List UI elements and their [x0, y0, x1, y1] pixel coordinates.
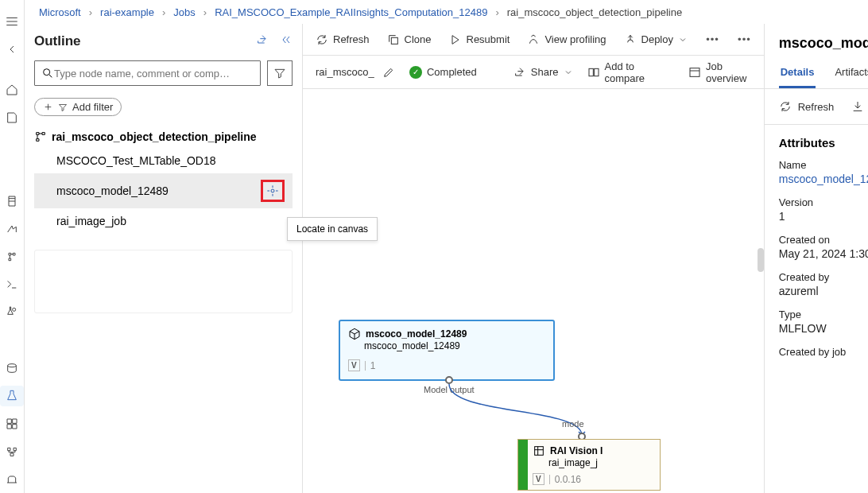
back-icon[interactable]: [0, 39, 24, 60]
breadcrumb-link[interactable]: Microsoft: [36, 6, 84, 18]
tree-item[interactable]: mscoco_model_12489: [34, 173, 293, 208]
add-filter-label: Add filter: [72, 101, 113, 113]
outline-title: Outline: [34, 33, 81, 49]
tree-item-label: MSCOCO_Test_MLTable_OD18: [56, 154, 215, 167]
details-refresh-button[interactable]: Refresh: [779, 100, 835, 113]
svg-rect-4: [589, 68, 593, 76]
attr-created-on: Created on May 21, 2024 1:30 PM: [779, 234, 868, 260]
version-number: 1: [370, 360, 376, 371]
attributes-heading: Attributes: [779, 136, 868, 149]
view-profiling-label: View profiling: [544, 33, 606, 45]
menu-icon[interactable]: [0, 11, 24, 33]
job-name-field[interactable]: rai_mscoco_obje: [316, 66, 395, 79]
version-badge: V: [348, 359, 360, 371]
share-label: Share: [531, 66, 559, 78]
attr-value: azureml: [779, 285, 868, 297]
breadcrumb-link[interactable]: Jobs: [170, 6, 198, 18]
view-profiling-button[interactable]: View profiling: [527, 33, 606, 46]
deploy-label: Deploy: [641, 33, 673, 45]
components-icon[interactable]: [0, 413, 24, 434]
node-subtitle: rai_image_j: [548, 457, 653, 468]
pipelines-icon[interactable]: [0, 441, 24, 462]
collapse-icon[interactable]: [280, 33, 293, 49]
pipeline-toolbar: Refresh Clone Resubmit View profiling De…: [303, 24, 764, 56]
cube-icon: [348, 328, 361, 340]
breadcrumb-current: rai_mscoco_object_detection_pipeline: [504, 6, 685, 18]
canvas-node-model[interactable]: mscoco_model_12489 mscoco_model_12489 V …: [339, 320, 555, 381]
attr-label: Created by job: [779, 346, 868, 358]
workbook-icon[interactable]: [0, 107, 24, 129]
locate-in-canvas-button[interactable]: [261, 180, 285, 202]
canvas-scrollbar[interactable]: [758, 248, 764, 272]
attr-label: Created on: [779, 234, 868, 246]
edit-icon[interactable]: [382, 66, 395, 79]
prompt-icon[interactable]: [0, 274, 24, 295]
canvas-node-rai-vision[interactable]: RAI Vision I rai_image_j V 0.0.16: [517, 439, 661, 491]
attr-name: Name mscoco_model_12489: [779, 159, 868, 185]
node-output-port[interactable]: [445, 376, 453, 384]
toolbar-more-icon-2[interactable]: •••: [738, 33, 751, 45]
chevron-down-icon: [678, 33, 688, 46]
breadcrumb-link[interactable]: RAI_MSCOCO_Example_RAIInsights_Computati…: [211, 6, 490, 18]
pipeline-canvas[interactable]: mscoco_model_12489 mscoco_model_12489 V …: [303, 89, 764, 493]
clone-label: Clone: [405, 33, 432, 45]
notebook-icon[interactable]: [0, 191, 24, 212]
locate-tooltip: Locate in canvas: [287, 217, 378, 241]
attr-value-link[interactable]: mscoco_model_12489: [779, 173, 868, 185]
add-to-compare-button[interactable]: Add to compare: [587, 60, 661, 84]
tab-details[interactable]: Details: [779, 58, 816, 88]
tab-artifacts[interactable]: Artifacts: [833, 58, 868, 88]
pipeline-icon: [34, 130, 47, 143]
home-icon[interactable]: [0, 80, 24, 101]
clone-button[interactable]: Clone: [387, 33, 432, 46]
tree-item-label: rai_image_job: [56, 215, 126, 227]
version-separator: [365, 361, 366, 371]
refresh-button[interactable]: Refresh: [316, 33, 370, 46]
status-label: Completed: [427, 66, 477, 78]
share-button[interactable]: Share: [513, 66, 573, 79]
job-overview-button[interactable]: Job overview: [688, 60, 751, 84]
attr-version: Version 1: [779, 196, 868, 223]
outline-placeholder: [34, 250, 293, 313]
add-filter-button[interactable]: Add filter: [34, 98, 122, 116]
tree-root-label: rai_mscoco_object_detection_pipeline: [52, 130, 257, 143]
details-refresh-label: Refresh: [798, 101, 835, 113]
center-column: Refresh Clone Resubmit View profiling De…: [303, 24, 764, 493]
status-badge: ✓ Completed: [409, 66, 477, 79]
attr-label: Created by: [779, 271, 868, 283]
outline-panel: Outline Add filter: [25, 24, 303, 493]
tree-item[interactable]: MSCOCO_Test_MLTable_OD18: [34, 148, 293, 173]
main-area: Microsoft› rai-example› Jobs› RAI_MSCOCO…: [25, 0, 868, 493]
check-icon: ✓: [409, 66, 422, 79]
details-toolbar: Refresh Download all: [765, 89, 868, 125]
download-all-button[interactable]: Download all: [851, 100, 868, 113]
svg-point-2: [271, 189, 274, 192]
resubmit-button[interactable]: Resubmit: [449, 33, 510, 46]
tree-item[interactable]: rai_image_job: [34, 208, 293, 234]
search-input[interactable]: [54, 68, 254, 80]
chevron-right-icon: ›: [86, 6, 95, 18]
deploy-button[interactable]: Deploy: [624, 33, 688, 46]
node-status-stripe: [518, 440, 528, 490]
share-icon[interactable]: [256, 33, 269, 49]
svg-point-1: [44, 69, 50, 76]
resubmit-label: Resubmit: [467, 33, 510, 45]
version-badge: V: [533, 473, 544, 485]
automl-icon[interactable]: [0, 218, 24, 239]
attr-created-by-job: Created by job: [779, 346, 868, 358]
refresh-label: Refresh: [333, 33, 370, 45]
breadcrumb-link[interactable]: rai-example: [97, 6, 157, 18]
sub-toolbar: rai_mscoco_obje ✓ Completed Share Add to…: [303, 56, 764, 89]
designer-icon[interactable]: [0, 246, 24, 267]
chevron-right-icon: ›: [492, 6, 502, 18]
search-input-wrap[interactable]: [34, 60, 261, 86]
filter-icon-button[interactable]: [267, 60, 293, 86]
jobs-icon[interactable]: [0, 386, 24, 407]
tree-root[interactable]: rai_mscoco_object_detection_pipeline: [34, 126, 293, 148]
environments-icon[interactable]: [0, 468, 24, 490]
attr-value: MLFLOW: [779, 322, 868, 335]
svg-point-0: [13, 309, 16, 312]
toolbar-more-icon[interactable]: •••: [706, 33, 719, 45]
experiment-icon[interactable]: [0, 301, 24, 323]
data-icon[interactable]: [0, 358, 24, 379]
